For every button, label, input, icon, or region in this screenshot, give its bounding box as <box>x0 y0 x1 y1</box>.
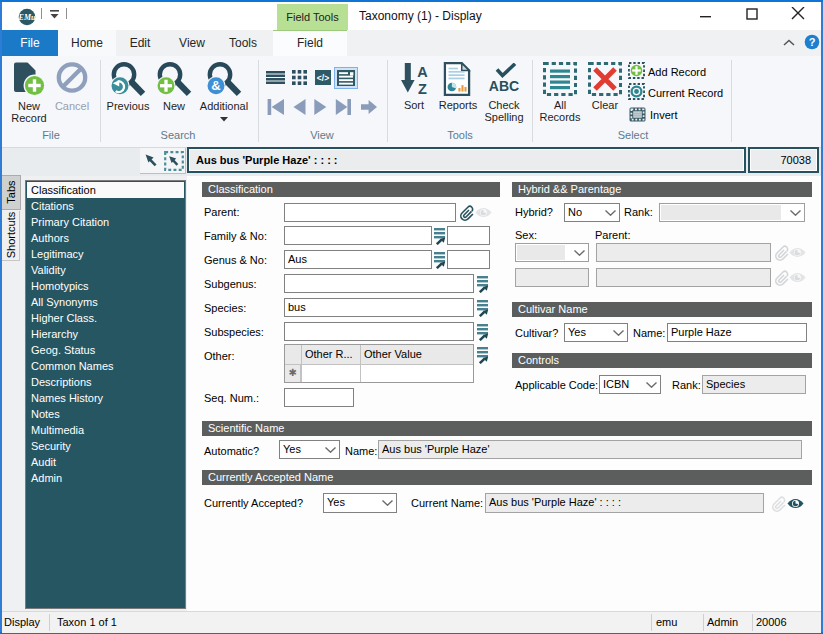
svg-text:EMu: EMu <box>18 13 36 22</box>
svg-text:A: A <box>417 64 428 80</box>
svg-text:Z: Z <box>418 81 427 95</box>
svg-text:&: & <box>211 78 220 93</box>
svg-text:?: ? <box>809 36 816 48</box>
svg-text:</>: </> <box>317 73 329 83</box>
svg-text:ABC: ABC <box>489 78 519 94</box>
